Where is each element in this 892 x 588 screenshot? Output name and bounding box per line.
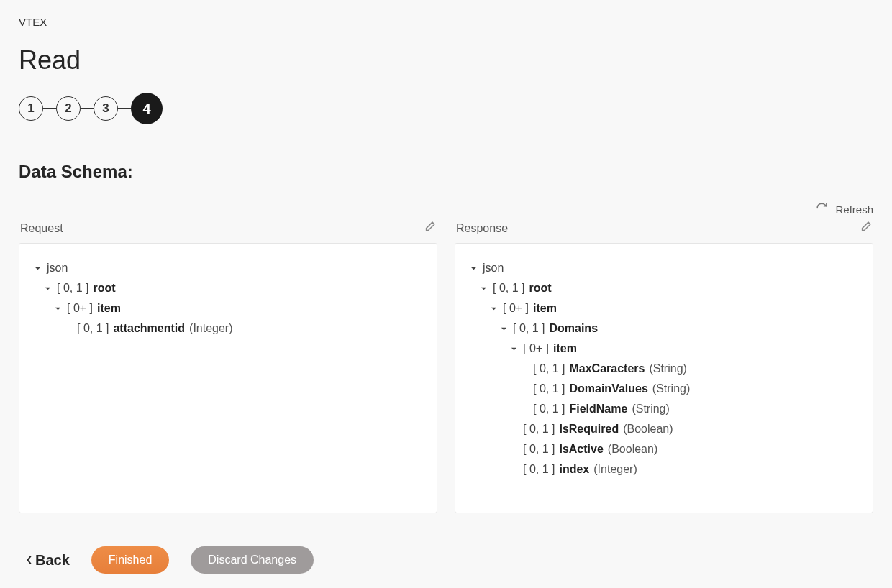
node-type: (String) <box>649 362 686 375</box>
response-tree-node: [ 0, 1 ] index (Integer) <box>468 459 860 479</box>
node-name: root <box>529 282 551 295</box>
node-name: index <box>559 463 589 476</box>
node-name: DomainValues <box>569 382 647 395</box>
response-tree-node[interactable]: [ 0+ ] item <box>468 339 860 359</box>
cardinality: [ 0+ ] <box>523 342 549 355</box>
step-3[interactable]: 3 <box>94 96 118 121</box>
node-type: (String) <box>632 403 669 415</box>
cardinality: [ 0, 1 ] <box>523 443 555 456</box>
response-tree-node: [ 0, 1 ] MaxCaracters (String) <box>468 359 860 379</box>
cardinality: [ 0, 1 ] <box>533 403 565 415</box>
section-heading: Data Schema: <box>19 162 873 182</box>
node-name: attachmentid <box>113 322 185 335</box>
request-tree-node: [ 0, 1 ] attachmentid (Integer) <box>32 318 424 339</box>
node-name: Domains <box>549 322 598 335</box>
refresh-icon[interactable] <box>816 202 828 216</box>
node-type: (String) <box>652 382 690 395</box>
chevron-down-icon[interactable] <box>32 265 42 272</box>
step-connector <box>81 108 94 109</box>
cardinality: [ 0, 1 ] <box>533 362 565 375</box>
node-name: IsRequired <box>559 423 619 436</box>
node-name: root <box>93 282 115 295</box>
back-label: Back <box>35 552 70 569</box>
discard-changes-button[interactable]: Discard Changes <box>191 546 314 574</box>
cardinality: [ 0+ ] <box>67 302 93 315</box>
response-tree-node: [ 0, 1 ] DomainValues (String) <box>468 379 860 399</box>
step-connector <box>43 108 56 109</box>
cardinality: [ 0, 1 ] <box>513 322 545 335</box>
response-tree-node: [ 0, 1 ] IsActive (Boolean) <box>468 439 860 459</box>
step-connector <box>118 108 131 109</box>
cardinality: [ 0, 1 ] <box>493 282 524 295</box>
cardinality: [ 0+ ] <box>503 302 529 315</box>
chevron-down-icon[interactable] <box>468 265 478 272</box>
request-tree-node[interactable]: [ 0+ ] item <box>32 298 424 318</box>
cardinality: [ 0, 1 ] <box>77 322 109 335</box>
chevron-down-icon[interactable] <box>42 285 53 293</box>
node-name: item <box>533 302 557 315</box>
step-4[interactable]: 4 <box>131 93 163 124</box>
cardinality: [ 0, 1 ] <box>523 463 555 476</box>
node-type: (Integer) <box>593 463 637 476</box>
step-1[interactable]: 1 <box>19 96 43 121</box>
request-tree-node[interactable]: [ 0, 1 ] root <box>32 278 424 298</box>
stepper: 1234 <box>19 93 873 124</box>
cardinality: [ 0, 1 ] <box>523 423 555 436</box>
edit-request-icon[interactable] <box>424 221 436 236</box>
chevron-down-icon[interactable] <box>488 305 499 313</box>
cardinality: [ 0, 1 ] <box>533 382 565 395</box>
edit-response-icon[interactable] <box>860 221 872 236</box>
response-tree-node: [ 0, 1 ] IsRequired (Boolean) <box>468 419 860 439</box>
response-schema-box: json[ 0, 1 ] root[ 0+ ] item[ 0, 1 ] Dom… <box>455 243 873 513</box>
response-tree-node[interactable]: [ 0+ ] item <box>468 298 860 318</box>
cardinality: [ 0, 1 ] <box>57 282 88 295</box>
chevron-down-icon[interactable] <box>499 325 509 333</box>
node-name: IsActive <box>559 443 603 456</box>
response-tree-node: [ 0, 1 ] FieldName (String) <box>468 399 860 419</box>
response-tree-node[interactable]: json <box>468 258 860 278</box>
node-name: json <box>47 262 68 275</box>
refresh-label[interactable]: Refresh <box>835 203 873 216</box>
node-type: (Integer) <box>189 322 232 335</box>
node-name: json <box>483 262 504 275</box>
node-name: item <box>553 342 577 355</box>
response-panel-title: Response <box>456 222 508 235</box>
node-name: FieldName <box>569 403 627 415</box>
node-name: MaxCaracters <box>569 362 645 375</box>
node-type: (Boolean) <box>608 443 657 456</box>
response-tree-node[interactable]: [ 0, 1 ] Domains <box>468 318 860 339</box>
node-name: item <box>97 302 121 315</box>
chevron-down-icon[interactable] <box>53 305 63 313</box>
response-tree-node[interactable]: [ 0, 1 ] root <box>468 278 860 298</box>
request-panel-title: Request <box>20 222 63 235</box>
step-2[interactable]: 2 <box>56 96 81 121</box>
node-type: (Boolean) <box>623 423 673 436</box>
chevron-down-icon[interactable] <box>478 285 488 293</box>
request-schema-box: json[ 0, 1 ] root[ 0+ ] item[ 0, 1 ] att… <box>19 243 437 513</box>
page-title: Read <box>19 45 873 75</box>
back-button[interactable]: Back <box>26 552 70 569</box>
finished-button[interactable]: Finished <box>91 546 169 574</box>
chevron-down-icon[interactable] <box>509 345 519 353</box>
request-tree-node[interactable]: json <box>32 258 424 278</box>
breadcrumb[interactable]: VTEX <box>19 16 47 28</box>
